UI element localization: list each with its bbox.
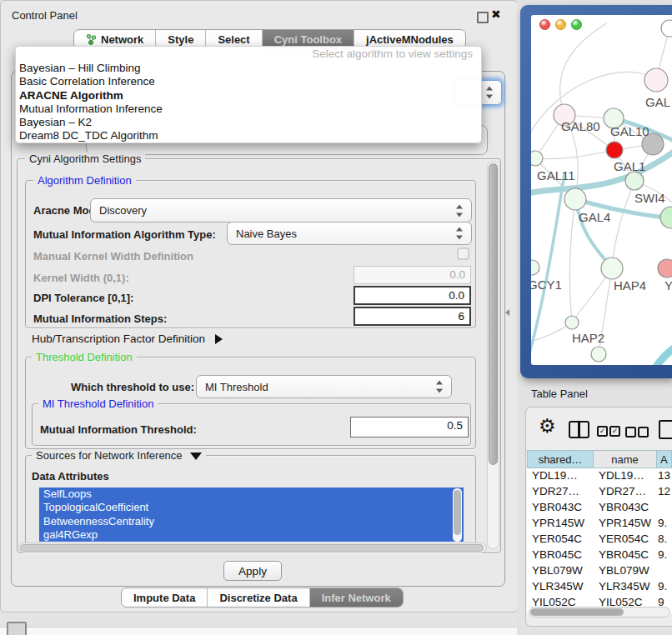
checked-box-icon[interactable]: ✓ — [597, 426, 608, 437]
table-hscrollbar-thumb[interactable] — [530, 608, 624, 616]
checked-box-icon[interactable]: ✓ — [609, 426, 620, 437]
node-label: GCY1 — [531, 278, 562, 292]
kernel-width-label: Kernel Width (0,1): — [33, 272, 129, 284]
hub-definition-label: Hub/Transcription Factor Definition — [32, 332, 205, 345]
attribute-item-selected[interactable]: BetweennessCentrality — [39, 515, 464, 528]
table-row[interactable]: YBL079WYBL079W — [527, 563, 672, 579]
attribute-item-selected[interactable]: gal4RGexp — [39, 528, 464, 542]
node-label: GAL10 — [610, 124, 649, 138]
network-icon — [86, 34, 97, 45]
kernel-width-field[interactable]: 0.0 — [354, 266, 471, 284]
mi-steps-label: Mutual Information Steps: — [33, 312, 167, 325]
window-minimize-traffic-light[interactable] — [555, 19, 566, 30]
mi-threshold-label: Mutual Information Threshold: — [40, 423, 197, 436]
stepper-icon — [456, 228, 464, 240]
stepper-icon — [486, 87, 494, 99]
node-bright-green[interactable] — [660, 207, 672, 228]
which-threshold-label: Which threshold to use: — [71, 381, 194, 393]
dpi-tolerance-label: DPI Tolerance [0,1]: — [33, 292, 133, 304]
node-label: GAL4 — [579, 210, 610, 224]
node-label-partial: GAL — [645, 95, 670, 109]
node-gal1[interactable] — [625, 172, 644, 190]
table-panel-title: Table Panel — [531, 388, 588, 400]
apply-button[interactable]: Apply — [223, 561, 282, 581]
manual-kernel-checkbox[interactable] — [457, 248, 469, 260]
column-header-shared[interactable]: shared… — [527, 450, 594, 468]
which-threshold-combobox[interactable]: MI Threshold — [196, 375, 452, 398]
table-row[interactable]: YPR145WYPR145W9. — [527, 516, 672, 532]
node-small-left[interactable] — [531, 151, 543, 166]
table-row[interactable]: YBR043CYBR043C — [527, 500, 672, 516]
float-panel-button[interactable] — [477, 12, 489, 23]
node-gal-partial[interactable] — [644, 68, 668, 92]
node-label: GAL1 — [614, 159, 645, 173]
settings-hscrollbar-thumb[interactable] — [20, 544, 484, 552]
gear-icon[interactable]: ⚙ — [539, 415, 556, 437]
algorithm-option[interactable]: Bayesian – K2 — [16, 116, 481, 129]
settings-scrollbar-thumb[interactable] — [489, 163, 498, 465]
window-close-traffic-light[interactable] — [539, 19, 550, 30]
tab-network-label: Network — [101, 33, 143, 46]
algorithm-definition-legend: Algorithm Definition — [33, 174, 136, 187]
tab-infer-network[interactable]: Infer Network — [309, 588, 403, 607]
network-graph: GAL80 GAL10 GAL11 GAL1 SWI4 GAL4 GCY1 HA… — [531, 15, 672, 365]
cyni-algorithm-settings-legend: Cyni Algorithm Settings — [25, 152, 145, 165]
aracne-mode-combobox[interactable]: Discovery — [90, 198, 472, 222]
table-row[interactable]: YDL19…YDL19…13 — [527, 468, 672, 484]
document-icon[interactable] — [659, 420, 672, 439]
attribute-item-selected[interactable]: TopologicalCoefficient — [39, 501, 464, 514]
bottom-tabbar: Impute Data Discretize Data Infer Networ… — [121, 588, 404, 608]
data-attributes-list[interactable]: SelfLoops TopologicalCoefficient Between… — [39, 488, 464, 542]
node-partial[interactable] — [661, 20, 672, 37]
column-header-name[interactable]: name — [594, 450, 657, 468]
attributes-scrollbar-thumb[interactable] — [454, 490, 461, 535]
sources-legend[interactable]: Sources for Network Inference — [32, 449, 206, 462]
mi-threshold-field[interactable]: 0.5 — [350, 417, 469, 438]
mi-threshold-definition-legend: MI Threshold Definition — [38, 398, 158, 410]
column-header-partial[interactable]: A — [657, 450, 672, 468]
table-row[interactable]: YDR27…YDR27…12 — [527, 484, 672, 500]
splitter-handle-icon[interactable] — [505, 309, 509, 316]
node-hap4[interactable] — [601, 258, 623, 279]
algorithm-option-selected[interactable]: ARACNE Algorithm — [16, 89, 481, 102]
network-canvas[interactable]: GAL80 GAL10 GAL11 GAL1 SWI4 GAL4 GCY1 HA… — [531, 15, 672, 365]
unchecked-box-icon[interactable] — [638, 427, 649, 438]
table-row[interactable]: YLR345WYLR345W9. — [527, 579, 672, 595]
stepper-icon — [436, 381, 444, 393]
aracne-mode-value: Discovery — [99, 204, 147, 217]
node-gcy1[interactable] — [531, 260, 539, 275]
algorithm-option[interactable]: Dream8 DC_TDC Algorithm — [16, 129, 481, 142]
node-red-selected[interactable] — [606, 142, 623, 158]
attribute-item-selected[interactable]: SelfLoops — [39, 488, 464, 501]
node-bottom[interactable] — [591, 347, 606, 362]
node-label-partial: Y — [664, 278, 672, 292]
node-salmon[interactable] — [658, 259, 672, 278]
node-label: SWI4 — [634, 191, 665, 205]
unchecked-box-icon[interactable] — [625, 427, 636, 438]
threshold-definition-legend: Threshold Definition — [32, 351, 137, 363]
algorithm-option[interactable]: Mutual Information Inference — [16, 102, 481, 116]
node-hap2[interactable] — [565, 316, 579, 329]
mi-steps-field[interactable]: 6 — [354, 307, 471, 326]
node-label: GAL80 — [561, 119, 600, 133]
dpi-tolerance-field[interactable]: 0.0 — [354, 286, 471, 305]
columns-icon[interactable] — [569, 421, 589, 438]
window-zoom-traffic-light[interactable] — [571, 19, 582, 30]
table-row[interactable]: YER054CYER054C8. — [527, 532, 672, 548]
algorithm-placeholder: Select algorithm to view settings — [16, 47, 481, 62]
hub-definition-expander[interactable]: Hub/Transcription Factor Definition — [32, 332, 223, 345]
data-attributes-label: Data Attributes — [32, 470, 109, 482]
node-gal4[interactable] — [564, 188, 586, 210]
algorithm-option[interactable]: Bayesian – Hill Climbing — [16, 62, 481, 75]
tab-impute-data[interactable]: Impute Data — [122, 588, 207, 607]
node-label: GAL11 — [537, 168, 575, 182]
node-label: HAP2 — [572, 331, 604, 345]
table-body: YDL19…YDL19…13 YDR27…YDR27…12 YBR043CYBR… — [527, 468, 672, 614]
minimized-panel-icon[interactable] — [7, 622, 27, 635]
algorithm-option[interactable]: Basic Correlation Inference — [16, 75, 481, 88]
table-row[interactable]: YBR045CYBR045C9. — [527, 548, 672, 563]
node-label: HAP4 — [614, 278, 646, 292]
tab-discretize-data[interactable]: Discretize Data — [207, 588, 308, 607]
mi-type-combobox[interactable]: Naive Bayes — [227, 222, 472, 245]
close-panel-icon[interactable]: ✖ — [491, 8, 501, 21]
